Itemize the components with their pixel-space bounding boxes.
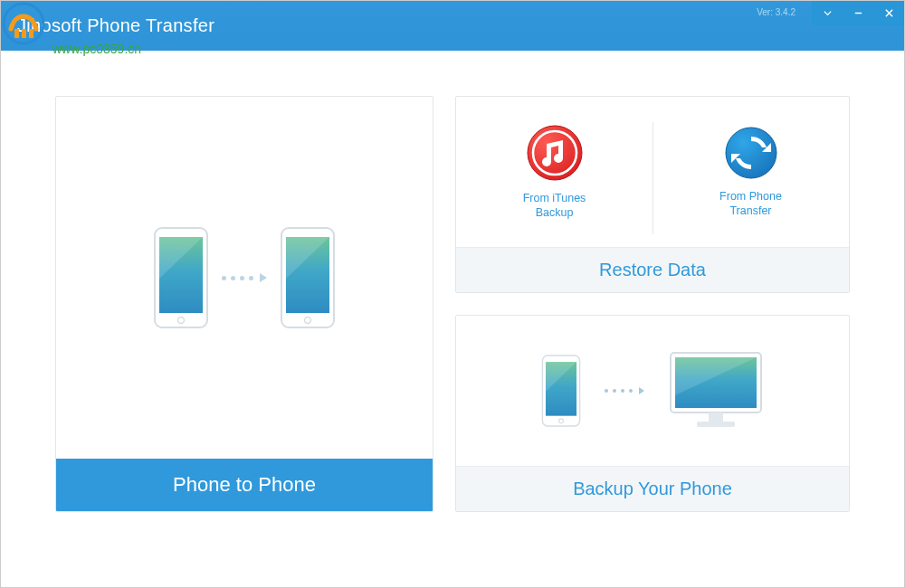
restore-title: Restore Data xyxy=(456,247,849,292)
phone-to-phone-title: Phone to Phone xyxy=(56,459,433,511)
restore-body: From iTunes Backup xyxy=(456,97,849,247)
transfer-arrow-icon xyxy=(222,273,267,282)
minimize-button[interactable] xyxy=(843,1,873,25)
svg-point-13 xyxy=(726,128,776,178)
restore-from-itunes[interactable]: From iTunes Backup xyxy=(456,97,653,247)
restore-itunes-label: From iTunes Backup xyxy=(523,191,586,221)
backup-phone-card[interactable]: Backup Your Phone xyxy=(455,315,850,512)
backup-title: Backup Your Phone xyxy=(456,466,849,511)
phone-to-phone-art xyxy=(56,97,433,459)
itunes-icon xyxy=(526,124,584,182)
close-icon xyxy=(884,8,894,18)
close-button[interactable] xyxy=(873,1,904,25)
minimize-icon xyxy=(853,8,863,18)
backup-arrow-icon xyxy=(605,387,644,394)
svg-point-11 xyxy=(528,126,582,180)
phone-right-icon xyxy=(280,226,336,329)
chevron-down-icon xyxy=(823,8,833,18)
restore-transfer-label: From Phone Transfer xyxy=(719,189,782,219)
monitor-icon xyxy=(668,350,764,432)
dropdown-button[interactable] xyxy=(812,1,843,25)
restore-from-transfer[interactable]: From Phone Transfer xyxy=(653,97,849,247)
sync-icon xyxy=(724,126,778,180)
window-controls xyxy=(812,1,904,25)
phone-left-icon xyxy=(153,226,209,329)
phone-small-icon xyxy=(541,354,581,428)
svg-rect-19 xyxy=(709,413,723,422)
version-label: Ver: 3.4.2 xyxy=(757,7,795,17)
phone-to-phone-card[interactable]: Phone to Phone xyxy=(55,96,433,512)
backup-body xyxy=(456,316,849,466)
restore-data-card[interactable]: From iTunes Backup xyxy=(455,96,850,293)
app-title: Jihosoft Phone Transfer xyxy=(17,15,214,36)
right-column: From iTunes Backup xyxy=(455,96,850,512)
main-content: Phone to Phone xyxy=(1,51,904,539)
svg-rect-20 xyxy=(697,422,735,427)
titlebar: Jihosoft Phone Transfer Ver: 3.4.2 xyxy=(1,1,904,51)
